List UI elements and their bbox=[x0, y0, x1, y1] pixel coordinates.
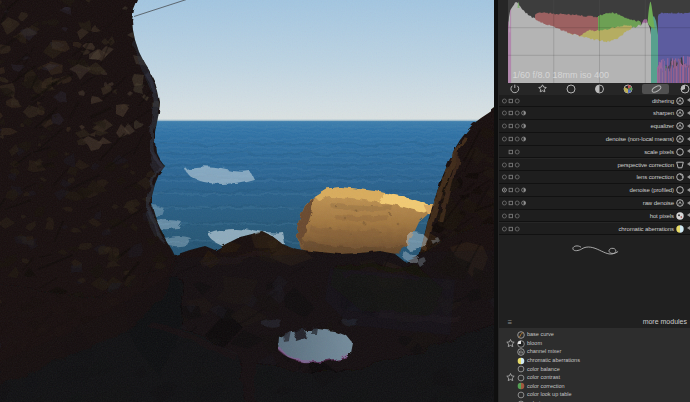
svg-text:1/60 f/8.0 18mm iso 400: 1/60 f/8.0 18mm iso 400 bbox=[513, 70, 610, 80]
